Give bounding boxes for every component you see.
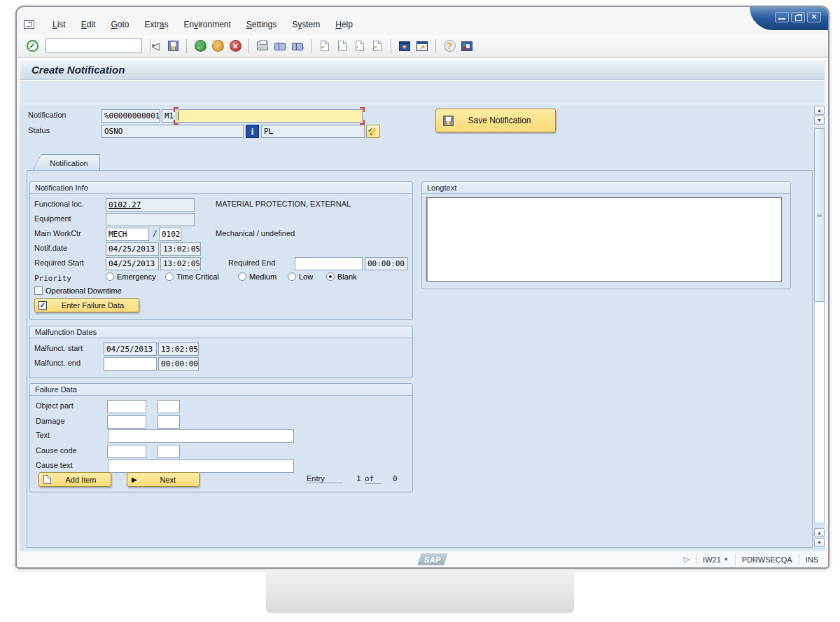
minimize-icon[interactable] bbox=[775, 12, 789, 22]
sap-window: List Edit Goto Extras Environment Settin… bbox=[15, 6, 830, 569]
menu-system[interactable]: System bbox=[292, 20, 320, 29]
toolbar-separator bbox=[248, 39, 249, 53]
object-part-code-field[interactable] bbox=[107, 400, 146, 413]
scroll-up-icon[interactable] bbox=[814, 106, 825, 115]
expand-icon bbox=[684, 555, 690, 564]
find-icon[interactable] bbox=[273, 39, 287, 53]
info-icon[interactable]: i bbox=[246, 125, 259, 138]
toolbar-separator bbox=[435, 39, 436, 53]
required-start-date-field[interactable]: 04/25/2013 bbox=[106, 257, 159, 270]
last-page-icon[interactable] bbox=[370, 39, 384, 53]
menu-edit[interactable]: Edit bbox=[81, 20, 96, 29]
functional-loc-description: MATERIAL PROTECTION, EXTERNAL bbox=[216, 200, 351, 208]
malfunct-start-time-field[interactable]: 13:02:05 bbox=[158, 343, 199, 356]
priority-radio-blank[interactable]: Blank bbox=[326, 272, 357, 281]
back-icon[interactable] bbox=[193, 39, 207, 53]
notif-time-field[interactable]: 13:02:05 bbox=[160, 242, 201, 256]
damage-label: Damage bbox=[36, 417, 65, 425]
cause-code-field[interactable] bbox=[107, 445, 146, 458]
malfunct-end-date-field[interactable] bbox=[104, 357, 157, 371]
scrollbar-thumb[interactable] bbox=[814, 128, 825, 302]
damage-group-field[interactable] bbox=[158, 415, 180, 429]
workctr-field[interactable]: MECH bbox=[106, 228, 149, 241]
enter-failure-data-button[interactable]: Enter Failure Data bbox=[34, 298, 139, 312]
restore-icon[interactable] bbox=[791, 12, 805, 22]
required-end-date-field[interactable] bbox=[295, 257, 363, 270]
damage-code-field[interactable] bbox=[107, 415, 146, 429]
system-menu-icon[interactable] bbox=[24, 20, 34, 29]
command-field[interactable] bbox=[46, 39, 142, 53]
menu-list[interactable]: List bbox=[52, 20, 66, 29]
scroll-down-icon[interactable] bbox=[814, 538, 825, 547]
workctr-separator: / bbox=[153, 229, 158, 238]
save-notification-button[interactable]: Save Notification bbox=[435, 109, 556, 132]
menu-extras[interactable]: Extras bbox=[144, 20, 168, 29]
previous-page-icon[interactable] bbox=[335, 39, 349, 53]
longtext-textarea[interactable] bbox=[426, 197, 782, 282]
add-item-button[interactable]: Add Item bbox=[38, 472, 111, 487]
play-icon bbox=[132, 476, 137, 483]
transaction-selector[interactable]: IW21 bbox=[696, 554, 735, 565]
window-titlebar bbox=[750, 7, 828, 30]
find-next-icon[interactable]: + bbox=[290, 39, 304, 53]
page-title: Create Notification bbox=[31, 64, 125, 76]
notif-date-field[interactable]: 04/25/2013 bbox=[106, 242, 159, 256]
priority-radio-medium[interactable]: Medium bbox=[238, 272, 276, 281]
cancel-icon[interactable] bbox=[228, 39, 242, 53]
next-button[interactable]: Next bbox=[127, 472, 200, 487]
priority-radio-low[interactable]: Low bbox=[288, 272, 313, 281]
workctr-plant-field[interactable]: 0102 bbox=[159, 228, 181, 241]
object-part-group-field[interactable] bbox=[158, 400, 180, 413]
tab-notification[interactable]: Notification bbox=[32, 154, 100, 171]
notification-id-field[interactable]: %00000000001 bbox=[102, 109, 160, 123]
next-page-icon[interactable] bbox=[353, 39, 367, 53]
back-arrow-icon[interactable] bbox=[148, 39, 162, 53]
radio-icon bbox=[106, 272, 114, 281]
operational-downtime-checkbox[interactable]: Operational Downtime bbox=[34, 286, 122, 295]
required-end-time-field[interactable]: 00:00:00 bbox=[365, 257, 408, 270]
menu-goto[interactable]: Goto bbox=[111, 20, 129, 29]
scroll-down-icon[interactable] bbox=[814, 116, 825, 125]
status-expand[interactable] bbox=[678, 554, 696, 565]
first-page-icon[interactable] bbox=[318, 39, 332, 53]
equipment-field[interactable] bbox=[106, 213, 195, 226]
close-icon[interactable] bbox=[807, 12, 821, 22]
malfunct-end-time-field[interactable]: 00:00:00 bbox=[158, 357, 199, 371]
malfunct-start-date-field[interactable]: 04/25/2013 bbox=[104, 343, 157, 356]
priority-radio-emergency[interactable]: Emergency bbox=[106, 272, 156, 281]
enter-icon[interactable] bbox=[25, 39, 39, 53]
sap-logo: SAP bbox=[417, 553, 448, 565]
create-shortcut-icon[interactable] bbox=[415, 39, 429, 53]
status-field[interactable]: OSNO bbox=[102, 125, 244, 138]
menu-settings[interactable]: Settings bbox=[246, 20, 276, 29]
cause-text-field[interactable] bbox=[108, 459, 294, 473]
exit-icon[interactable] bbox=[211, 39, 225, 53]
group-longtext: Longtext bbox=[421, 181, 791, 289]
status-secondary-field[interactable]: PL bbox=[261, 125, 365, 138]
priority-label: Priority bbox=[34, 274, 71, 283]
save-icon[interactable] bbox=[166, 39, 180, 53]
menu-environment[interactable]: Environment bbox=[183, 20, 230, 29]
functional-loc-field[interactable]: 0102.27 bbox=[106, 198, 195, 212]
priority-radio-time-critical[interactable]: Time Critical bbox=[165, 272, 219, 281]
save-icon bbox=[443, 116, 454, 126]
cause-code-group-field[interactable] bbox=[158, 445, 180, 458]
group-malfunction-dates: Malfunction Dates Malfunct. start 04/25/… bbox=[29, 326, 413, 378]
group-notification-info: Notification Info Functional loc. 0102.2… bbox=[29, 181, 413, 320]
print-icon[interactable] bbox=[255, 39, 270, 53]
edit-status-icon[interactable]: ✓ bbox=[366, 125, 380, 138]
help-icon[interactable] bbox=[442, 39, 456, 53]
entry-total: 0 bbox=[393, 474, 398, 483]
notification-text-field[interactable] bbox=[176, 109, 363, 123]
required-start-time-field[interactable]: 13:02:05 bbox=[160, 257, 201, 270]
menu-bar: List Edit Goto Extras Environment Settin… bbox=[17, 15, 744, 34]
application-toolbar bbox=[20, 81, 825, 104]
text-field[interactable] bbox=[108, 429, 294, 443]
equipment-label: Equipment bbox=[34, 214, 71, 223]
command-input[interactable] bbox=[46, 40, 150, 52]
create-session-icon[interactable] bbox=[398, 39, 412, 53]
customize-layout-icon[interactable] bbox=[460, 39, 474, 53]
menu-help[interactable]: Help bbox=[335, 20, 353, 29]
scroll-up-icon[interactable] bbox=[814, 528, 825, 537]
new-page-icon bbox=[43, 475, 51, 484]
